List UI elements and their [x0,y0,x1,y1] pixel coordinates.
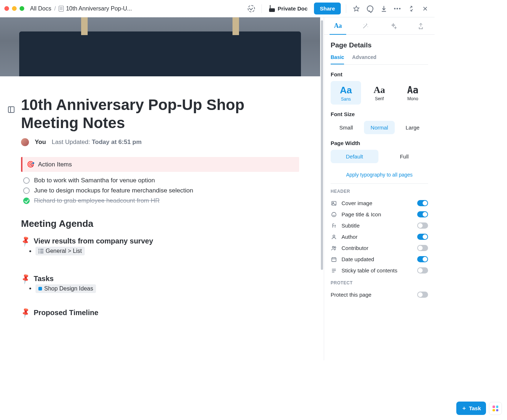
header-group-label: HEADER [331,189,428,194]
window-close-dot[interactable] [4,6,9,11]
topbar: All Docs / 10th Anniversary Pop-U... Pri… [0,0,435,17]
todo-item[interactable]: June to design mockups for feature merch… [21,186,299,196]
panel-subtabs: Basic Advanced [331,54,428,65]
share-button[interactable]: Share [314,3,341,14]
list-item[interactable]: General > List [35,245,299,257]
download-button[interactable] [379,4,389,14]
row-protect-page: Protect this page [331,289,428,300]
section-heading[interactable]: 📌 Tasks [21,274,299,283]
row-label: Subtitle [342,222,413,229]
toggle-subtitle[interactable] [417,222,428,229]
toggle-title-icon[interactable] [417,211,428,217]
tab-typography[interactable]: Aa [324,17,352,34]
tab-ai[interactable] [352,17,379,34]
todo-item[interactable]: Richard to grab employee headcount from … [21,196,299,206]
cover-image[interactable] [0,17,320,76]
task-status-icon [38,287,42,290]
privacy-indicator[interactable]: Private Doc [267,3,311,14]
fontsize-section-label: Font Size [331,111,428,117]
font-mono[interactable]: AaMono [398,81,428,105]
callout-text: Action Items [38,161,72,168]
sparkle-icon [390,22,397,30]
subtab-basic[interactable]: Basic [331,54,344,64]
wand-icon [362,23,369,29]
row-label: Contributor [342,245,413,251]
width-options: Default Full [331,150,428,163]
row-cover-image: Cover image [331,198,428,209]
subtitle-icon [331,223,337,229]
checkbox-icon[interactable] [23,187,30,194]
task-chip[interactable]: Shop Design Ideas [35,284,96,293]
row-label: Author [342,234,413,240]
close-button[interactable] [420,4,430,14]
pin-icon: 📌 [19,306,32,319]
window-minimize-dot[interactable] [12,6,17,11]
row-label: Protect this page [331,292,413,298]
svg-rect-7 [332,258,336,262]
section-title: Proposed Timeline [34,309,99,317]
separator [346,4,346,13]
width-full[interactable]: Full [381,150,428,163]
todo-text: Bob to work with Samantha for venue opti… [34,177,155,184]
page-title[interactable]: 10th Anniversary Pop-Up Shop Meeting Not… [21,96,299,132]
fontsize-normal[interactable]: Normal [364,121,395,134]
doc-icon [59,6,64,12]
action-items-callout[interactable]: 🎯 Action Items [21,157,299,172]
download-icon [380,5,387,12]
subtab-advanced[interactable]: Advanced [352,54,376,64]
document-scroll-area[interactable]: 10th Anniversary Pop-Up Shop Meeting Not… [0,17,320,360]
fontsize-large[interactable]: Large [397,121,428,134]
fontsize-small[interactable]: Small [331,121,362,134]
toggle-contributor[interactable] [417,245,428,251]
toggle-sticky-toc[interactable] [417,267,428,273]
protect-group-label: PROTECT [331,280,428,285]
toggle-author[interactable] [417,234,428,240]
toggle-cover-image[interactable] [417,200,428,206]
chip-label: General > List [46,248,82,254]
star-icon [353,5,360,12]
last-updated: Last Updated: Today at 6:51 pm [52,139,142,146]
comments-button[interactable] [365,4,375,14]
chip-label: Shop Design Ideas [44,285,93,292]
row-title-icon: Page title & Icon [331,209,428,220]
svg-marker-0 [354,6,359,11]
toggle-date-updated[interactable] [417,256,428,262]
breadcrumb-current[interactable]: 10th Anniversary Pop-U... [59,5,132,12]
width-default[interactable]: Default [331,150,378,163]
row-label: Date updated [342,256,413,262]
breadcrumb-separator: / [54,5,56,12]
heading-meeting-agenda[interactable]: Meeting Agenda [21,218,299,229]
svg-point-3 [332,212,336,217]
author-name[interactable]: You [35,139,46,146]
close-icon [422,6,428,12]
svg-point-5 [332,246,334,248]
font-sans[interactable]: AaSans [331,81,361,105]
font-options: AaSans AaSerif AaMono [331,81,428,105]
breadcrumb-root[interactable]: All Docs [30,5,51,12]
favorite-button[interactable] [351,4,361,14]
smile-icon [331,212,337,217]
view-chip[interactable]: General > List [35,247,85,255]
section-heading[interactable]: 📌 Proposed Timeline [21,308,299,317]
window-zoom-dot[interactable] [20,6,24,11]
font-serif[interactable]: AaSerif [364,81,394,105]
people-icon [331,245,337,251]
progress-icon[interactable] [246,4,256,14]
toggle-sidebar-icon[interactable] [8,106,14,113]
tab-export[interactable] [407,17,435,34]
apply-typography-link[interactable]: Apply typography to all pages [331,169,428,184]
list-item[interactable]: Shop Design Ideas [35,283,299,294]
collapse-sidebar-button[interactable] [406,4,416,14]
checkbox-icon[interactable] [23,177,30,184]
tab-relations[interactable] [380,17,407,34]
toggle-protect-page[interactable] [417,292,428,298]
toc-icon [331,268,337,273]
more-button[interactable]: ••• [393,4,403,14]
scrollbar[interactable] [320,17,324,360]
checkbox-checked-icon[interactable] [23,198,30,204]
person-icon [331,234,337,240]
section-heading[interactable]: 📌 View results from company survey [21,237,299,245]
todo-item[interactable]: Bob to work with Samantha for venue opti… [21,175,299,186]
row-contributor: Contributor [331,242,428,254]
author-avatar[interactable] [21,138,29,146]
